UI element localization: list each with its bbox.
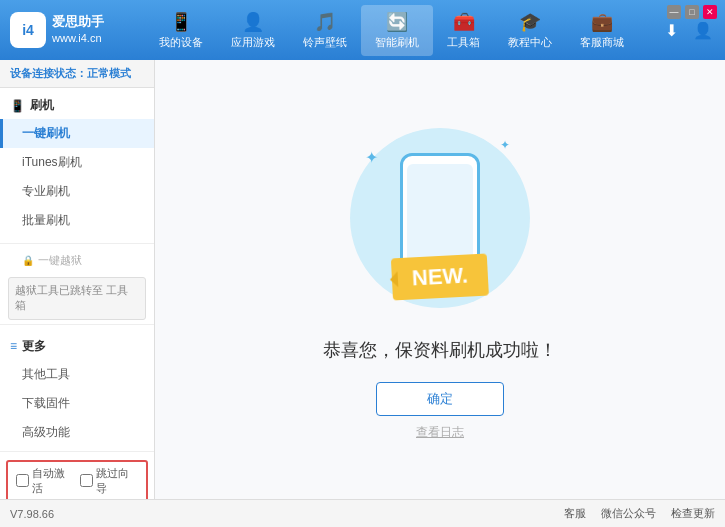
footer-link-update[interactable]: 检查更新 [671, 506, 715, 521]
sidebar-status: 设备连接状态：正常模式 [0, 60, 154, 88]
main-layout: 设备连接状态：正常模式 📱 刷机 一键刷机 iTunes刷机 专业刷机 批量刷机… [0, 60, 725, 499]
header-actions: ⬇ 👤 [659, 18, 715, 42]
logo: i4 爱思助手 www.i4.cn [10, 12, 104, 48]
logo-text: 爱思助手 www.i4.cn [52, 13, 104, 47]
more-group-icon: ≡ [10, 339, 17, 353]
header: i4 爱思助手 www.i4.cn 📱 我的设备 👤 应用游戏 🎵 铃声壁纸 🔄… [0, 0, 725, 60]
sidebar-group-flash: 📱 刷机 一键刷机 iTunes刷机 专业刷机 批量刷机 [0, 88, 154, 239]
sidebar-jailbreak-notice: 越狱工具已跳转至 工具箱 [8, 277, 146, 320]
auto-activate-checkbox-label[interactable]: 自动激活 [16, 466, 74, 496]
apps-icon: 👤 [242, 11, 264, 33]
tab-tutorials[interactable]: 🎓 教程中心 [494, 5, 566, 56]
tab-tools[interactable]: 🧰 工具箱 [433, 5, 494, 56]
sidebar-item-onekey[interactable]: 一键刷机 [0, 119, 154, 148]
phone-group-icon: 📱 [10, 99, 25, 113]
sidebar-item-itunes[interactable]: iTunes刷机 [0, 148, 154, 177]
tab-ringtone[interactable]: 🎵 铃声壁纸 [289, 5, 361, 56]
sidebar-group-header-more: ≡ 更多 [0, 333, 154, 360]
download-button[interactable]: ⬇ [659, 18, 683, 42]
confirm-button[interactable]: 确定 [376, 382, 504, 416]
nav-tabs: 📱 我的设备 👤 应用游戏 🎵 铃声壁纸 🔄 智能刷机 🧰 工具箱 🎓 教程中心… [124, 5, 659, 56]
phone-screen [407, 164, 473, 264]
success-message: 恭喜您，保资料刷机成功啦！ [323, 338, 557, 362]
logo-icon: i4 [10, 12, 46, 48]
sidebar-divider-2 [0, 324, 154, 325]
smart-flash-icon: 🔄 [386, 11, 408, 33]
footer-link-wechat[interactable]: 微信公众号 [601, 506, 656, 521]
close-button[interactable]: ✕ [703, 5, 717, 19]
star-left-icon: ✦ [365, 148, 378, 167]
main-content: ✦ ✦ NEW. 恭喜您，保资料刷机成功啦！ 确定 查看日志 [155, 60, 725, 499]
sidebar-group-more: ≡ 更多 其他工具 下载固件 高级功能 [0, 329, 154, 451]
footer-left: V7.98.66 [10, 508, 54, 520]
sidebar-item-other-tools[interactable]: 其他工具 [0, 360, 154, 389]
tools-icon: 🧰 [453, 11, 475, 33]
sidebar-item-download-firmware[interactable]: 下载固件 [0, 389, 154, 418]
tab-my-device[interactable]: 📱 我的设备 [145, 5, 217, 56]
footer: V7.98.66 客服 微信公众号 检查更新 [0, 499, 725, 527]
sidebar-item-advanced[interactable]: 高级功能 [0, 418, 154, 447]
sidebar-item-pro[interactable]: 专业刷机 [0, 177, 154, 206]
minimize-button[interactable]: — [667, 5, 681, 19]
sidebar-divider-1 [0, 243, 154, 244]
sidebar-item-batch[interactable]: 批量刷机 [0, 206, 154, 235]
phone-illustration: ✦ ✦ NEW. [340, 118, 540, 318]
tab-apps-games[interactable]: 👤 应用游戏 [217, 5, 289, 56]
fast-guide-checkbox[interactable] [80, 474, 93, 487]
sidebar-bottom: 自动激活 跳过向导 📱 iPhone 15 Pro Max 512GB iPho… [0, 451, 154, 499]
sidebar-group-header-flash: 📱 刷机 [0, 92, 154, 119]
service-icon: 💼 [591, 11, 613, 33]
maximize-button[interactable]: □ [685, 5, 699, 19]
ringtone-icon: 🎵 [314, 11, 336, 33]
view-log-link[interactable]: 查看日志 [416, 424, 464, 441]
my-device-icon: 📱 [170, 11, 192, 33]
version-label: V7.98.66 [10, 508, 54, 520]
tutorials-icon: 🎓 [519, 11, 541, 33]
footer-right: 客服 微信公众号 检查更新 [564, 506, 715, 521]
sidebar: 设备连接状态：正常模式 📱 刷机 一键刷机 iTunes刷机 专业刷机 批量刷机… [0, 60, 155, 499]
user-button[interactable]: 👤 [691, 18, 715, 42]
auto-activate-checkbox[interactable] [16, 474, 29, 487]
star-right-icon: ✦ [500, 138, 510, 152]
tab-service[interactable]: 💼 客服商城 [566, 5, 638, 56]
sidebar-item-jailbreak: 🔒 一键越狱 [0, 248, 154, 273]
tab-smart-flash[interactable]: 🔄 智能刷机 [361, 5, 433, 56]
lock-icon: 🔒 [22, 255, 34, 266]
footer-link-service[interactable]: 客服 [564, 506, 586, 521]
fast-guide-checkbox-label[interactable]: 跳过向导 [80, 466, 138, 496]
auto-activate-row: 自动激活 跳过向导 [6, 460, 148, 499]
new-badge: NEW. [392, 256, 488, 298]
new-banner-text: NEW. [391, 254, 489, 301]
